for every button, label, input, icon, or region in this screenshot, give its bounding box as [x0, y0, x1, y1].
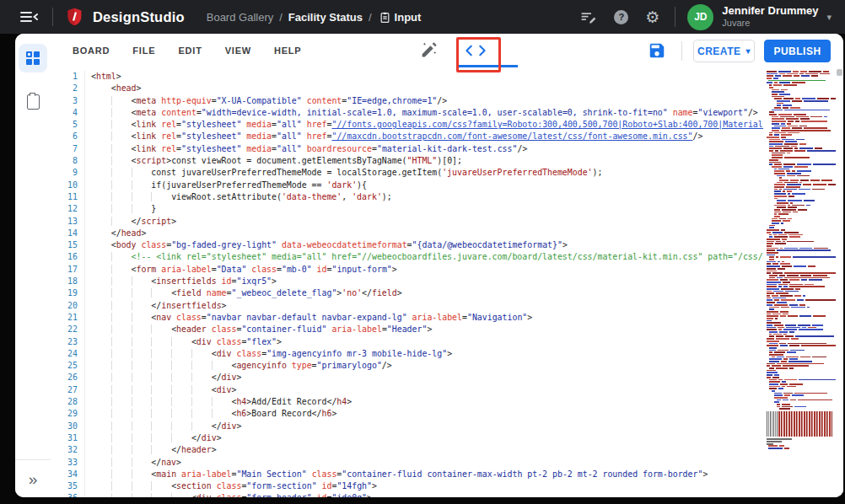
line-number: 13: [51, 216, 84, 228]
code-editor[interactable]: 1<html>2 <head>3 <meta http-equiv="X-UA-…: [51, 67, 843, 497]
breadcrumb: Board Gallery / Facility Status / Input: [207, 11, 422, 24]
menu-board[interactable]: BOARD: [73, 46, 110, 56]
line-number: 9: [51, 167, 84, 179]
line-number: 6: [51, 131, 84, 142]
code-view-tab[interactable]: [463, 41, 488, 60]
code-line[interactable]: 16 <!-- <link rel="stylesheet" media="al…: [51, 251, 843, 263]
code-line[interactable]: 5 <link rel="stylesheet" media="all" hre…: [51, 119, 843, 131]
breadcrumb-facility-status[interactable]: Facility Status: [288, 11, 363, 24]
code-line[interactable]: 19 <field name="_webeoc_delete_flag">'no…: [51, 287, 843, 299]
scrollbar-thumb[interactable]: [837, 69, 842, 76]
breadcrumb-separator: /: [279, 11, 283, 24]
line-number: 26: [51, 372, 84, 383]
minimap-code: [763, 71, 836, 449]
code-line[interactable]: 31 </div>: [51, 432, 843, 444]
save-icon[interactable]: [648, 41, 666, 60]
line-number: 21: [51, 312, 84, 324]
line-number: 18: [51, 276, 84, 287]
edit-note-icon[interactable]: [579, 8, 597, 26]
settings-gear-icon[interactable]: ⚙: [645, 9, 659, 25]
designstudio-window: { "topbar": { "app_name": "DesignStudio"…: [0, 0, 845, 504]
topbar-left: DesignStudio Board Gallery / Facility St…: [0, 5, 421, 29]
line-number: 11: [51, 191, 84, 203]
line-number: 35: [51, 480, 84, 492]
dashboard-grid-icon: [26, 51, 40, 65]
code-line[interactable]: 14 </head>: [51, 228, 843, 239]
scrollbar[interactable]: [836, 67, 843, 497]
code-line[interactable]: 27 <div>: [51, 384, 843, 396]
code-line[interactable]: 10 if(juvareUserPreferredThemeMode == 'd…: [51, 180, 843, 191]
line-number: 3: [51, 95, 84, 107]
rail-item-boards[interactable]: [19, 88, 47, 116]
rail-item-board-gallery[interactable]: [19, 44, 47, 72]
code-line[interactable]: 12 }: [51, 203, 843, 215]
menu-file[interactable]: FILE: [132, 46, 155, 56]
rail-footer: »: [15, 459, 51, 497]
line-number: 14: [51, 228, 84, 239]
code-line[interactable]: 23 <div class="flex">: [51, 336, 843, 348]
code-line[interactable]: 6 <link rel="stylesheet" media="all" hre…: [51, 131, 843, 142]
code-line[interactable]: 11 viewRoot.setAttribute('data-theme', '…: [51, 191, 843, 203]
code-line[interactable]: 32 </header>: [51, 444, 843, 456]
design-view-tab[interactable]: [420, 41, 438, 59]
code-line[interactable]: 3 <meta http-equiv="X-UA-Compatible" con…: [51, 95, 843, 107]
collapse-menu-icon[interactable]: [17, 5, 40, 29]
menu-edit[interactable]: EDIT: [178, 46, 202, 56]
code-line[interactable]: 20 </insertfields>: [51, 300, 843, 312]
topbar-right: ? ⚙ JD Jennifer Drummey Juvare ▾: [562, 0, 845, 34]
code-line[interactable]: 24 <div class="img-agencyinfo mr-3 mobil…: [51, 348, 843, 360]
code-line[interactable]: 29 <h6>Board Record</h6>: [51, 408, 843, 420]
line-number: 36: [51, 492, 84, 497]
code-line[interactable]: 22 <header class="container-fluid" aria-…: [51, 324, 843, 335]
toolbar-divider: [681, 41, 682, 61]
menu-view[interactable]: VIEW: [225, 46, 251, 56]
user-org: Juvare: [722, 18, 818, 29]
line-number: 34: [51, 469, 84, 480]
code-line[interactable]: 15 <body class="bg-faded-grey-light" dat…: [51, 239, 843, 251]
help-icon[interactable]: ?: [614, 10, 628, 24]
code-line[interactable]: 2 <head>: [51, 83, 843, 94]
expand-rail-icon[interactable]: »: [29, 471, 38, 487]
create-button[interactable]: CREATE ▾: [693, 40, 755, 62]
code-line[interactable]: 1<html>: [51, 71, 843, 83]
minimap[interactable]: [763, 71, 836, 497]
code-line[interactable]: 34 <main aria-label="Main Section" class…: [51, 469, 843, 480]
code-line[interactable]: 36 <div class="form-header" id="ide0g">: [51, 492, 843, 497]
line-number: 8: [51, 155, 84, 167]
line-number: 28: [51, 396, 84, 408]
app-title: DesignStudio: [93, 9, 185, 25]
menu-help[interactable]: HELP: [274, 46, 302, 56]
code-line[interactable]: 28 <h4>Add/Edit Record</h4>: [51, 396, 843, 408]
line-number: 19: [51, 287, 84, 299]
code-line[interactable]: 7 <link rel="stylesheet" media="all" boa…: [51, 143, 843, 155]
breadcrumb-input[interactable]: Input: [395, 11, 422, 24]
user-info[interactable]: Jennifer Drummey Juvare: [722, 4, 818, 29]
code-lines[interactable]: 1<html>2 <head>3 <meta http-equiv="X-UA-…: [51, 67, 843, 497]
breadcrumb-separator: /: [369, 11, 372, 24]
code-line[interactable]: 8 <script>const viewRoot = document.getE…: [51, 155, 843, 167]
main-panel: » BOARD FILE EDIT VIEW HELP CREATE ▾ PUB…: [15, 34, 843, 497]
line-number: 25: [51, 360, 84, 372]
code-line[interactable]: 30 </div>: [51, 421, 843, 432]
code-line[interactable]: 18 <insertfields id="ixqr5">: [51, 276, 843, 287]
code-line[interactable]: 9 const juvareUserPreferredThemeMode = l…: [51, 167, 843, 179]
code-line[interactable]: 4 <meta content="width=device-width, ini…: [51, 107, 843, 119]
code-line[interactable]: 13 </script>: [51, 216, 843, 228]
line-number: 16: [51, 251, 84, 263]
code-line[interactable]: 33 </nav>: [51, 457, 843, 469]
code-line[interactable]: 17 <form aria-label="Data" class="mb-0" …: [51, 264, 843, 276]
topbar-divider: [675, 7, 675, 27]
code-line[interactable]: 21 <nav class="navbar navbar-default nav…: [51, 312, 843, 324]
code-line[interactable]: 35 <section class="form-section" id="14f…: [51, 480, 843, 492]
publish-button[interactable]: PUBLISH: [764, 40, 831, 62]
code-line[interactable]: 26 </div>: [51, 372, 843, 383]
line-number: 12: [51, 203, 84, 215]
line-number: 1: [51, 71, 84, 83]
code-line[interactable]: 25 <agencyinfo type="primarylogo"/>: [51, 360, 843, 372]
user-menu-caret-icon[interactable]: ▾: [826, 12, 832, 23]
line-number: 7: [51, 143, 84, 155]
line-number: 4: [51, 107, 84, 119]
avatar[interactable]: JD: [687, 4, 713, 30]
breadcrumb-board-gallery[interactable]: Board Gallery: [207, 11, 273, 24]
line-number: 10: [51, 180, 84, 191]
